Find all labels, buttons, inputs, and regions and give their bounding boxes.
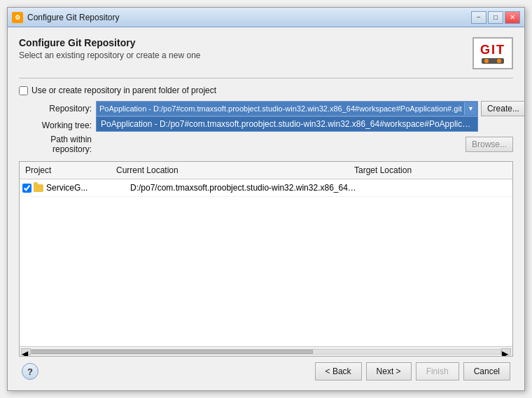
separator — [19, 78, 513, 78]
dropdown-option[interactable]: PoApplication - D:/po7#com.tmaxsoft.proo… — [97, 117, 477, 131]
repository-dropdown-popup: PoApplication - D:/po7#com.tmaxsoft.proo… — [96, 116, 478, 132]
repository-dropdown[interactable]: PoApplication - D:/po7#com.tmaxsoft.proo… — [96, 101, 478, 116]
col-header-project: Project — [20, 164, 111, 177]
git-dot-left — [484, 59, 489, 63]
table-row[interactable]: ServiceG... D:/po7/com.tmaxsoft.proobjec… — [20, 179, 512, 197]
content-area: Configure Git Repository Select an exist… — [8, 27, 524, 390]
scroll-right-btn[interactable]: ▶ — [501, 348, 511, 355]
scrollbar-track[interactable] — [31, 349, 501, 355]
bottom-bar: ? < Back Next > Finish Cancel — [19, 357, 513, 383]
titlebar: ⚙ Configure Git Repository − □ ✕ — [8, 8, 524, 27]
path-row: Path within repository: Browse... — [19, 135, 513, 154]
target-location-cell — [363, 186, 512, 189]
close-button[interactable]: ✕ — [505, 11, 520, 24]
repository-dropdown-wrapper: PoApplication - D:/po7#com.tmaxsoft.proo… — [96, 101, 478, 116]
project-name: ServiceG... — [46, 183, 88, 193]
current-location-cell: D:/po7/com.tmaxsoft.proobject.studio-win… — [125, 181, 363, 194]
app-icon: ⚙ — [12, 12, 23, 23]
git-dot-right — [497, 59, 501, 63]
maximize-button[interactable]: □ — [488, 11, 503, 24]
repository-control: PoApplication - D:/po7#com.tmaxsoft.proo… — [96, 101, 524, 116]
cancel-button[interactable]: Cancel — [463, 362, 510, 380]
next-button[interactable]: Next > — [366, 362, 412, 380]
dialog-title: Configure Git Repository — [19, 37, 465, 48]
minimize-button[interactable]: − — [471, 11, 486, 24]
create-button[interactable]: Create... — [481, 101, 524, 116]
back-button[interactable]: < Back — [315, 362, 362, 380]
path-control: Browse... — [96, 137, 513, 152]
header-section: Configure Git Repository Select an exist… — [19, 37, 513, 69]
table-header: Project Current Location Target Location — [20, 162, 512, 179]
scroll-left-btn[interactable]: ◀ — [21, 348, 31, 355]
horizontal-scrollbar[interactable]: ◀ ▶ — [20, 346, 512, 356]
help-button[interactable]: ? — [22, 363, 38, 380]
header-text: Configure Git Repository Select an exist… — [19, 37, 465, 60]
path-label: Path within repository: — [19, 135, 96, 154]
repository-row: Repository: PoApplication - D:/po7#com.t… — [19, 101, 513, 116]
projects-table: Project Current Location Target Location… — [19, 161, 513, 357]
git-logo: GIT — [472, 37, 513, 69]
checkbox-row: Use or create repository in parent folde… — [19, 85, 513, 95]
finish-button[interactable]: Finish — [416, 362, 459, 380]
git-logo-text: GIT — [480, 43, 505, 56]
scrollbar-thumb — [31, 350, 313, 354]
nav-buttons: < Back Next > Finish Cancel — [315, 362, 510, 380]
browse-button[interactable]: Browse... — [465, 137, 513, 152]
table-body: ServiceG... D:/po7/com.tmaxsoft.proobjec… — [20, 179, 512, 346]
window-controls: − □ ✕ — [471, 11, 520, 24]
folder-icon — [34, 184, 43, 192]
checkbox-label: Use or create repository in parent folde… — [31, 85, 216, 95]
parent-folder-checkbox[interactable] — [19, 86, 28, 95]
dialog-subtitle: Select an existing repository or create … — [19, 50, 465, 60]
col-header-target: Target Location — [349, 164, 512, 177]
project-cell: ServiceG... — [34, 183, 125, 193]
window-title: Configure Git Repository — [27, 13, 471, 22]
main-window: ⚙ Configure Git Repository − □ ✕ Configu… — [7, 7, 525, 391]
row-checkbox[interactable] — [22, 184, 31, 193]
git-logo-bar — [482, 58, 504, 64]
working-tree-label: Working tree: — [19, 121, 96, 130]
row-checkbox-cell[interactable] — [20, 184, 34, 193]
col-header-current: Current Location — [111, 164, 349, 177]
git-logo-inner: GIT — [480, 43, 505, 64]
repository-label: Repository: — [19, 104, 96, 114]
